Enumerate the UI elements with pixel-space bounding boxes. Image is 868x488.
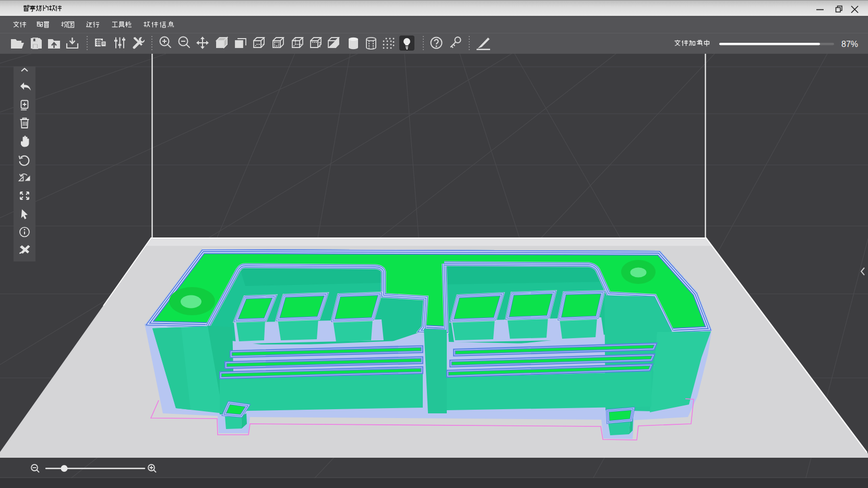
- svg-text:87%: 87%: [841, 40, 858, 49]
